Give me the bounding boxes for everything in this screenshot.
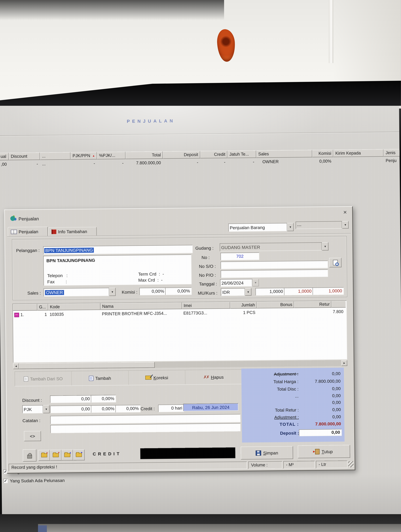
kurs2-field[interactable]: 1,0000 — [284, 287, 313, 295]
sales-select[interactable]: OWNER ▼ — [44, 288, 116, 297]
pjk-pct1-field[interactable]: 0,00% — [91, 405, 116, 413]
resize-grip[interactable] — [348, 461, 354, 467]
pelanggan-input[interactable]: BPN TANJUNGPINANG — [43, 245, 193, 254]
grid-col-jenis[interactable]: Jenis — [383, 149, 400, 157]
grid-col-jatuh[interactable]: Jatuh Te... — [227, 150, 256, 158]
grid-col-komisi[interactable]: Komisi — [312, 150, 333, 157]
grid-col-deposit[interactable]: Deposit — [163, 151, 200, 159]
desk-edge — [38, 524, 401, 532]
grid-col-ual[interactable]: ual — [0, 153, 9, 160]
no-field[interactable]: 702 — [220, 253, 259, 260]
grid-col-kirim[interactable]: Kirim Kepada — [333, 149, 383, 157]
grid-col-discount[interactable]: Discount — [9, 152, 40, 160]
record-prev-button[interactable]: ▾ — [50, 450, 61, 461]
items-col-g[interactable]: G... — [37, 304, 48, 310]
kurs1-field[interactable]: 1,0000 — [255, 288, 285, 296]
chevron-down-icon[interactable]: ▼ — [43, 405, 50, 413]
total-disc-label: Total Disc : — [241, 386, 298, 392]
discount-pct-field[interactable]: 0,00% — [91, 395, 116, 403]
lock-button[interactable] — [23, 449, 36, 462]
items-col-nama[interactable]: Nama — [101, 302, 182, 310]
pjk-pct2-field[interactable]: 0,00% — [115, 405, 141, 412]
no-po-label: No P/O : — [199, 272, 216, 278]
close-icon[interactable]: × — [341, 208, 349, 216]
items-col-imei[interactable]: Imei — [182, 302, 230, 309]
total-disc-value: 0,00 — [298, 386, 344, 392]
document-icon — [89, 376, 93, 381]
record-last-button[interactable]: ▸ — [73, 450, 84, 460]
status-volume-ltr: - Ltr — [316, 461, 348, 468]
no-so-field[interactable] — [221, 261, 328, 269]
tanggal-picker[interactable]: 26/06/2024 ▼ — [220, 279, 259, 287]
items-col-kode[interactable]: Kode — [48, 303, 101, 310]
hapus-button[interactable]: ✗✗ Hapus — [185, 370, 242, 384]
adjustment1-label[interactable]: Adjustment : — [241, 372, 298, 377]
delete-x-icon: ✗✗ — [203, 375, 209, 380]
grid-col-pjk[interactable]: PJK/PPN ▲ — [71, 152, 97, 160]
discount-label: Discount : — [22, 398, 42, 403]
chevron-down-icon[interactable]: ▼ — [287, 223, 294, 231]
dots-value: 0,00 — [298, 393, 344, 399]
chevron-down-icon[interactable]: ▼ — [245, 288, 252, 296]
grid-col-pctpjk[interactable]: %PJK/... — [97, 152, 126, 159]
pelanggan-name: BPN TANJUNGPINANG — [46, 258, 95, 263]
save-disk-icon — [256, 450, 261, 456]
total-value: 7.800.000,00 — [299, 421, 344, 427]
grid-col-credit[interactable]: Credit — [200, 151, 227, 158]
kurs3-field[interactable]: 1,0000 — [312, 287, 344, 295]
currency-select[interactable]: IDR ▼ — [221, 288, 252, 296]
record-next-button[interactable]: ▴ — [61, 450, 73, 461]
adjustment2-label[interactable]: Adjustment : — [242, 415, 299, 420]
lookup-button[interactable] — [329, 258, 342, 267]
grid-col-sales[interactable]: Sales — [256, 150, 312, 158]
blank-value: 0,00 — [299, 400, 344, 405]
transaction-type-select[interactable]: Penjualan Barang ▼ — [228, 223, 294, 232]
scroll-right-icon[interactable]: ► — [341, 360, 347, 366]
credit-days-field[interactable]: 0 hari — [158, 405, 184, 412]
pjk-amount-field[interactable]: 0,00 — [50, 405, 92, 413]
scrollbar-thumb[interactable] — [19, 362, 155, 369]
items-col-bonus[interactable]: Bonus — [257, 301, 294, 309]
tambah-button[interactable]: Tambah — [72, 371, 129, 386]
tutup-button[interactable]: Tutup — [298, 445, 350, 458]
sort-asc-icon: ▲ — [92, 154, 95, 157]
ceiling-shadow — [0, 0, 224, 24]
pelanggan-info-box: BPN TANJUNGPINANG Telepon : Fax : Term C… — [43, 254, 192, 286]
tab-penjualan[interactable]: Penjualan — [8, 227, 48, 236]
catatan-field-2[interactable] — [50, 423, 240, 433]
items-col-partial[interactable] — [331, 301, 346, 308]
desk-blue-object — [38, 525, 47, 532]
adjustment1-value: 0,00 — [298, 371, 344, 376]
swap-button[interactable]: <> — [24, 431, 41, 441]
window-title: PENJUALAN — [110, 118, 192, 124]
items-col-marker[interactable] — [13, 304, 38, 311]
chevron-down-icon[interactable]: ▼ — [109, 288, 116, 296]
komisi-pct2-field[interactable]: 0,00% — [165, 287, 192, 295]
discount-amount-field[interactable]: 0,00 — [50, 395, 92, 403]
item-actions-strip: Tambah Dari SO Tambah Koreksi ✗✗ Hapus — [14, 369, 242, 386]
komisi-pct1-field[interactable]: 0,00% — [139, 288, 166, 295]
grid-col-dots[interactable]: ... — [40, 152, 71, 160]
no-po-field[interactable] — [221, 269, 328, 278]
gudang-select[interactable]: GUDANG MASTER ▼ — [220, 242, 328, 251]
deposit-field[interactable]: 0,00 — [299, 429, 342, 436]
grid-col-total[interactable]: Total — [125, 151, 163, 159]
catatan-field-1[interactable] — [50, 414, 240, 424]
scroll-left-icon[interactable]: ◄ — [13, 363, 19, 369]
items-col-jumlah[interactable]: Jumlah — [230, 302, 257, 309]
tab-info-tambahan[interactable]: Info Tambahan — [48, 227, 97, 236]
record-first-button[interactable]: ▸ — [38, 450, 50, 461]
koreksi-button[interactable]: Koreksi — [129, 370, 185, 385]
checkbox-checked-icon[interactable]: ✓ — [3, 479, 8, 483]
due-date-field[interactable]: Rabu, 26 Jun 2024 — [183, 403, 238, 411]
simpan-button[interactable]: Simpan — [241, 446, 293, 460]
aux-select[interactable]: --- ▼ — [296, 221, 349, 229]
filter-sudah-pelunasan[interactable]: ✓ Yang Sudah Ada Pelunasan — [3, 478, 65, 483]
photo-of-monitor: PENJUALAN ual Discount ... PJK/PPN ▲ %PJ… — [0, 0, 401, 532]
tambah-dari-so-button[interactable]: Tambah Dari SO — [15, 371, 72, 386]
items-col-retur[interactable]: Retur — [294, 301, 331, 308]
pelanggan-label: Pelanggan : — [16, 248, 40, 253]
pjk-select[interactable]: PJK ▼ — [22, 405, 50, 413]
chevron-down-icon[interactable]: ▼ — [252, 279, 259, 286]
no-label: No : — [201, 255, 210, 260]
